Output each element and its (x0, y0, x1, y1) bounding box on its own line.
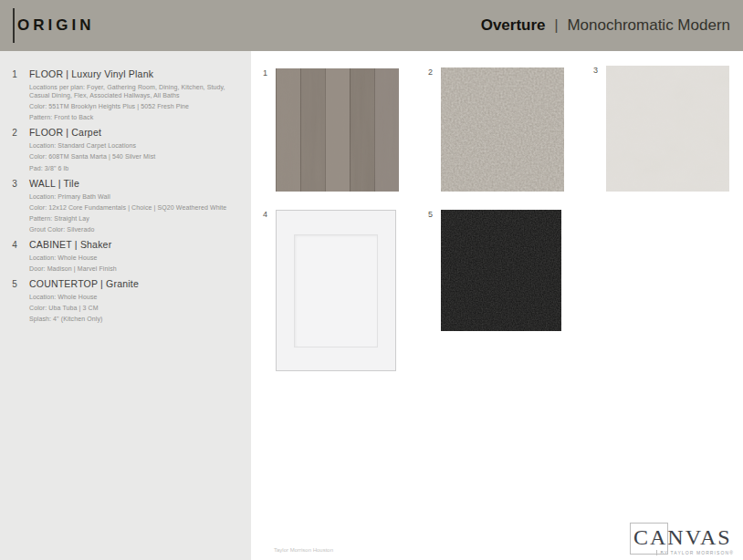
spec-detail: Pad: 3/8" 6 lb (29, 164, 238, 172)
granite-countertop-swatch: 5 (441, 210, 561, 331)
spec-detail: Color: 608TM Santa Marta | 540 Silver Mi… (29, 152, 238, 161)
spec-item-heading: WALL | Tile (29, 178, 238, 189)
spec-detail: Door: Madison | Marvel Finish (29, 264, 238, 273)
collection-title: Overture | Monochromatic Modern (481, 16, 730, 35)
spec-detail: Color: 551TM Brooklyn Heights Plus | 505… (29, 102, 238, 110)
swatch-number: 5 (428, 210, 433, 219)
spec-item-heading: FLOOR | Carpet (29, 127, 238, 138)
shaker-door-face (276, 210, 396, 371)
swatch-number: 1 (263, 68, 267, 78)
spec-item-wall-tile: 3 WALL | Tile Location: Primary Bath Wal… (0, 178, 244, 236)
spec-sidebar: 1 FLOOR | Luxury Vinyl Plank Locations p… (0, 51, 251, 560)
spec-item-floor-lvp: 1 FLOOR | Luxury Vinyl Plank Locations p… (0, 68, 244, 124)
spec-detail: Splash: 4" (Kitchen Only) (29, 315, 238, 323)
cabinet-door-swatch: 4 (276, 210, 396, 371)
swatch-number: 3 (593, 66, 598, 75)
brand-name: ORIGIN (17, 16, 94, 35)
swatch-number: 2 (428, 67, 433, 77)
spec-item-body: CABINET | Shaker Location: Whole House D… (29, 239, 244, 275)
spec-item-heading: CABINET | Shaker (29, 239, 238, 250)
spec-item-body: FLOOR | Luxury Vinyl Plank Locations per… (29, 68, 244, 124)
brand-bar-icon (13, 8, 15, 43)
spec-item-body: FLOOR | Carpet Location: Standard Carpet… (29, 127, 244, 174)
canvas-logo-text: CANVAS (633, 525, 734, 549)
spec-item-body: WALL | Tile Location: Primary Bath Wall … (29, 178, 244, 236)
wall-tile-swatch: 3 (606, 66, 729, 192)
spec-detail: Location: Whole House (29, 293, 238, 301)
spec-detail: Pattern: Front to Back (29, 113, 238, 121)
swatch-number: 4 (263, 210, 267, 219)
footer-note: Taylor Morrison Houston (274, 547, 333, 553)
spec-detail: Location: Whole House (29, 254, 238, 262)
spec-item-heading: COUNTERTOP | Granite (29, 278, 238, 289)
spec-item-number: 1 (0, 68, 29, 124)
carpet-texture (441, 67, 564, 192)
canvas-logo-tagline: BY TAYLOR MORRISON® (660, 550, 734, 555)
spec-detail: Grout Color: Silverado (29, 225, 238, 233)
brand-logo: ORIGIN (13, 8, 94, 43)
shaker-door-panel (294, 234, 378, 347)
palette-name: Monochromatic Modern (567, 16, 730, 34)
title-separator: | (554, 16, 558, 34)
spec-detail: Location: Standard Carpet Locations (29, 141, 238, 150)
spec-item-number: 3 (0, 178, 29, 236)
canvas-logo: CANVAS BY TAYLOR MORRISON® (633, 525, 734, 555)
spec-item-number: 2 (0, 127, 29, 174)
tile-texture (606, 66, 729, 192)
spec-item-countertop: 5 COUNTERTOP | Granite Location: Whole H… (0, 278, 244, 326)
spec-detail: Locations per plan: Foyer, Gathering Roo… (29, 83, 238, 99)
spec-item-number: 5 (0, 278, 29, 326)
spec-item-floor-carpet: 2 FLOOR | Carpet Location: Standard Carp… (0, 127, 244, 174)
design-board: ORIGIN Overture | Monochromatic Modern 1… (0, 0, 743, 560)
spec-item-number: 4 (0, 239, 29, 275)
luxury-vinyl-plank-swatch: 1 (276, 68, 399, 192)
spec-item-cabinet: 4 CABINET | Shaker Location: Whole House… (0, 239, 244, 275)
spec-item-heading: FLOOR | Luxury Vinyl Plank (29, 68, 238, 79)
swatch-board: 1 2 (251, 51, 743, 560)
collection-name: Overture (481, 16, 546, 34)
wood-texture (276, 68, 399, 192)
granite-texture (441, 210, 561, 331)
header: ORIGIN Overture | Monochromatic Modern (0, 0, 743, 51)
spec-detail: Color: Uba Tuba | 3 CM (29, 304, 238, 312)
spec-detail: Location: Primary Bath Wall (29, 192, 238, 201)
spec-item-body: COUNTERTOP | Granite Location: Whole Hou… (29, 278, 244, 326)
carpet-swatch: 2 (441, 67, 564, 192)
spec-detail: Pattern: Straight Lay (29, 214, 238, 223)
spec-detail: Color: 12x12 Core Fundamentals | Choice … (29, 203, 238, 212)
